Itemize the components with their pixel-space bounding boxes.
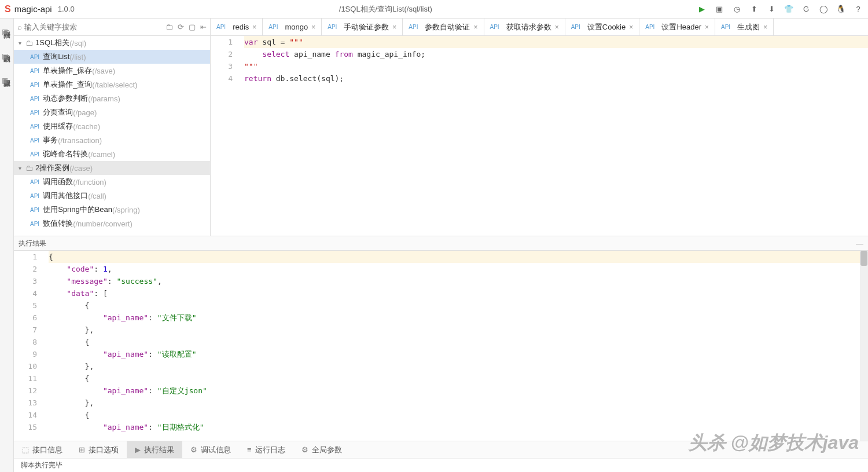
api-badge: API [30, 179, 39, 185]
bottom-tab[interactable]: ⚙调试信息 [182, 441, 239, 458]
bottom-tab[interactable]: ≡运行日志 [239, 441, 293, 458]
api-badge: API [30, 151, 39, 158]
bottom-tabs: ⬚接口信息⊞接口选项▶执行结果⚙调试信息≡运行日志⚙全局参数 [14, 441, 868, 458]
api-badge: API [30, 96, 39, 102]
scrollbar-track[interactable] [860, 251, 868, 441]
search-input[interactable] [24, 23, 165, 31]
editor-tab[interactable]: APImongo× [263, 19, 322, 35]
bottom-tab[interactable]: ⊞接口选项 [71, 441, 127, 458]
chevron-down-icon: ▾ [19, 40, 25, 46]
close-icon[interactable]: × [392, 23, 396, 31]
results-body[interactable]: 123456789101112131415 { "code": 1, "mess… [14, 251, 868, 441]
tree-item[interactable]: API使用Spring中的Bean(/spring) [14, 203, 210, 217]
tree-item[interactable]: API使用缓存(/cache) [14, 119, 210, 133]
shirt-icon[interactable]: 👕 [784, 4, 794, 14]
code-area[interactable]: var sql = """ select api_name from magic… [240, 36, 868, 236]
gitee-icon[interactable]: G [801, 4, 811, 14]
close-icon[interactable]: × [763, 23, 767, 31]
run-icon[interactable]: ▶ [697, 4, 707, 14]
rail-label: 接口列表 [2, 23, 12, 28]
bottom-tab[interactable]: ⚙全局参数 [293, 441, 350, 458]
tree-item[interactable]: API单表操作_保存(/save) [14, 64, 210, 78]
tree-item[interactable]: API分页查询(/page) [14, 105, 210, 119]
folder-path: (/sql) [69, 39, 86, 47]
bottom-tab[interactable]: ▶执行结果 [127, 441, 182, 458]
github-icon[interactable]: ◯ [818, 4, 829, 14]
qq-icon[interactable]: 🐧 [836, 4, 846, 14]
rail-group-func[interactable]: 函数列表 ▣ [2, 47, 12, 60]
tree-item[interactable]: API动态参数判断(/params) [14, 92, 210, 105]
close-icon[interactable]: × [252, 23, 256, 31]
app-version: 1.0.0 [58, 5, 75, 13]
editor-tab[interactable]: APIredis× [211, 19, 263, 35]
locate-icon[interactable]: ▢ [189, 23, 196, 31]
editor-tab[interactable]: API获取请求参数× [484, 19, 565, 35]
upload-icon[interactable]: ⬆ [749, 4, 759, 14]
collapse-icon[interactable]: ⇤ [200, 23, 207, 31]
item-path: (/function) [73, 178, 106, 186]
chevron-down-icon: ▾ [19, 165, 25, 171]
close-icon[interactable]: × [705, 23, 709, 31]
save-icon[interactable]: ▣ [714, 4, 724, 14]
tab-label: 手动验证参数 [344, 22, 389, 32]
rail-group-ds[interactable]: 数据源管理 ▣ [2, 72, 12, 85]
header-left: S magic-api 1.0.0 [5, 4, 75, 14]
sidebar: ⌕ 🗀 ⟳ ▢ ⇤ ▾🗀1SQL相关(/sql)API查询List(/list)… [14, 19, 211, 236]
code-editor[interactable]: 1234 var sql = """ select api_name from … [211, 36, 868, 236]
rail-group-api[interactable]: 接口列表 ▣ [2, 23, 12, 36]
breadcrumb: /1SQL相关/查询List(/sql/list) [75, 4, 697, 14]
close-icon[interactable]: × [555, 23, 559, 31]
item-path: (/camel) [88, 150, 115, 159]
scrollbar-thumb[interactable] [860, 251, 867, 266]
results-code: { "code": 1, "message": "success", "data… [49, 251, 868, 441]
tree-item[interactable]: API调用函数(/function) [14, 175, 210, 189]
close-icon[interactable]: × [311, 23, 315, 31]
help-icon[interactable]: ? [853, 4, 863, 14]
api-badge: API [30, 207, 39, 213]
folder-icon: ▣ [2, 52, 12, 60]
tab-label: 执行结果 [144, 445, 174, 455]
folder-icon: ▣ [2, 28, 12, 36]
close-icon[interactable]: × [473, 23, 477, 31]
tree-item[interactable]: API查询List(/list) [14, 50, 210, 64]
item-name: 单表操作_查询 [43, 79, 92, 90]
item-path: (/params) [88, 94, 120, 103]
new-folder-icon[interactable]: 🗀 [165, 23, 173, 31]
bottom-tab[interactable]: ⬚接口信息 [14, 441, 71, 458]
api-badge: API [30, 54, 39, 60]
refresh-icon[interactable]: ⟳ [178, 23, 184, 31]
tree-folder[interactable]: ▾🗀2操作案例(/case) [14, 161, 210, 175]
item-name: 单表操作_保存 [43, 65, 92, 76]
minimize-icon[interactable]: — [856, 239, 863, 248]
tree-item[interactable]: API驼峰命名转换(/camel) [14, 147, 210, 161]
api-badge: API [30, 109, 39, 116]
tree-item[interactable]: API数值转换(/number/convert) [14, 217, 210, 230]
search-bar: ⌕ 🗀 ⟳ ▢ ⇤ [14, 19, 210, 36]
editor-tab[interactable]: API手动验证参数× [322, 19, 403, 35]
status-bar: 脚本执行完毕 [14, 458, 868, 472]
editor-panel: APIredis×APImongo×API手动验证参数×API参数自动验证×AP… [211, 19, 868, 236]
folder-icon: 🗀 [25, 164, 33, 173]
tab-label: 获取请求参数 [506, 22, 551, 32]
tree-item[interactable]: API调用其他接口(/call) [14, 189, 210, 203]
editor-tab[interactable]: API生成图× [715, 19, 774, 35]
folder-name: 1SQL相关 [35, 38, 69, 48]
editor-tab[interactable]: API参数自动验证× [403, 19, 484, 35]
tree-folder[interactable]: ▾🗀1SQL相关(/sql) [14, 36, 210, 50]
tab-icon: ⚙ [190, 445, 197, 454]
folder-name: 2操作案例 [35, 163, 69, 173]
tree-item[interactable]: API事务(/transaction) [14, 133, 210, 147]
editor-tab[interactable]: API设置Cookie× [565, 19, 640, 35]
download-icon[interactable]: ⬇ [766, 4, 777, 14]
item-path: (/cache) [73, 122, 100, 131]
api-badge: API [30, 137, 39, 144]
api-badge: API [216, 24, 226, 30]
app-header: S magic-api 1.0.0 /1SQL相关/查询List(/sql/li… [0, 0, 868, 19]
item-name: 使用缓存 [43, 121, 73, 131]
tab-label: 接口信息 [32, 445, 62, 455]
close-icon[interactable]: × [629, 23, 633, 31]
tree-item[interactable]: API单表操作_查询(/table/select) [14, 78, 210, 92]
editor-tab[interactable]: API设置Header× [639, 19, 715, 35]
item-name: 调用其他接口 [43, 191, 88, 201]
history-icon[interactable]: ◷ [731, 4, 742, 14]
